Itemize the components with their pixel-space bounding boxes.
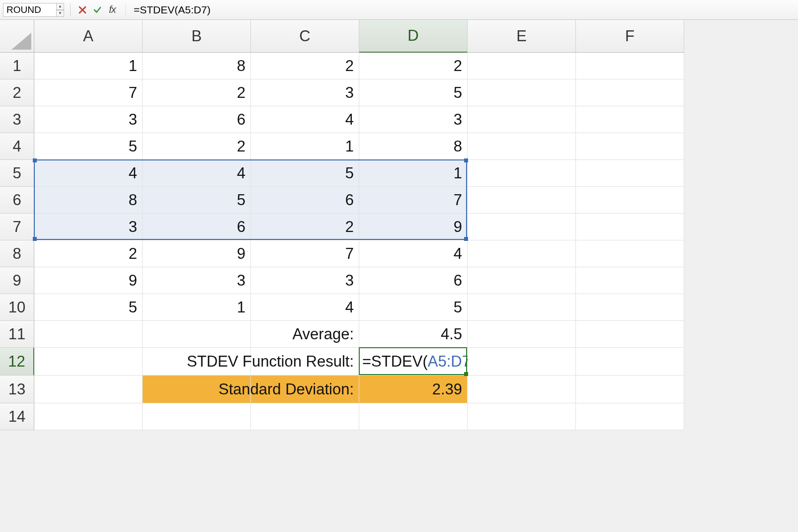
cell-grid[interactable]: 1822723536435218445185673629297493365145… — [34, 53, 684, 430]
cell-D7[interactable]: 9 — [359, 214, 468, 240]
cell-D1[interactable]: 2 — [359, 53, 468, 79]
cell-E5[interactable] — [468, 160, 576, 187]
cell-B10[interactable]: 1 — [143, 294, 251, 321]
row-header-8[interactable]: 8 — [0, 240, 34, 267]
cell-D2[interactable]: 5 — [359, 79, 468, 106]
cell-C1[interactable]: 2 — [251, 53, 359, 79]
cell-D8[interactable]: 4 — [359, 240, 468, 267]
cell-D3[interactable]: 3 — [359, 106, 468, 133]
cell-A12[interactable] — [34, 348, 143, 376]
row-header-2[interactable]: 2 — [0, 79, 34, 106]
cell-B2[interactable]: 2 — [143, 79, 251, 106]
cell-F3[interactable] — [576, 106, 684, 133]
name-box-up-icon[interactable]: ▲ — [56, 3, 64, 10]
column-header-B[interactable]: B — [143, 20, 251, 53]
cell-C3[interactable]: 4 — [251, 106, 359, 133]
cell-F6[interactable] — [576, 187, 684, 214]
cell-A11[interactable] — [34, 321, 143, 348]
cell-E8[interactable] — [468, 240, 576, 267]
cell-E14[interactable] — [468, 403, 576, 430]
column-header-D[interactable]: D — [359, 20, 468, 53]
name-box-down-icon[interactable]: ▼ — [56, 10, 64, 17]
cell-B9[interactable]: 3 — [143, 267, 251, 294]
cell-E9[interactable] — [468, 267, 576, 294]
cell-D12[interactable]: =STDEV(A5:D7) — [359, 348, 468, 376]
cell-B12[interactable] — [143, 348, 251, 376]
row-header-6[interactable]: 6 — [0, 187, 34, 214]
cell-A13[interactable] — [34, 376, 143, 403]
cell-D14[interactable] — [359, 403, 468, 430]
cell-E7[interactable] — [468, 214, 576, 240]
cell-B4[interactable]: 2 — [143, 133, 251, 160]
cell-D5[interactable]: 1 — [359, 160, 468, 187]
cell-F10[interactable] — [576, 294, 684, 321]
cell-E12[interactable] — [468, 348, 576, 376]
cell-C2[interactable]: 3 — [251, 79, 359, 106]
cell-F9[interactable] — [576, 267, 684, 294]
row-header-7[interactable]: 7 — [0, 214, 34, 240]
cell-B11[interactable] — [143, 321, 251, 348]
cell-C6[interactable]: 6 — [251, 187, 359, 214]
cell-D10[interactable]: 5 — [359, 294, 468, 321]
name-box-stepper[interactable]: ▲ ▼ — [56, 3, 64, 17]
cell-E3[interactable] — [468, 106, 576, 133]
cell-B8[interactable]: 9 — [143, 240, 251, 267]
cell-A4[interactable]: 5 — [34, 133, 143, 160]
cell-A8[interactable]: 2 — [34, 240, 143, 267]
cell-D6[interactable]: 7 — [359, 187, 468, 214]
cell-F8[interactable] — [576, 240, 684, 267]
cell-A10[interactable]: 5 — [34, 294, 143, 321]
row-header-14[interactable]: 14 — [0, 403, 34, 430]
cell-C14[interactable] — [251, 403, 359, 430]
cell-A14[interactable] — [34, 403, 143, 430]
name-box[interactable] — [3, 3, 57, 17]
cell-F4[interactable] — [576, 133, 684, 160]
cell-D11[interactable]: 4.5 — [359, 321, 468, 348]
cell-C7[interactable]: 2 — [251, 214, 359, 240]
cell-A9[interactable]: 9 — [34, 267, 143, 294]
cell-A3[interactable]: 3 — [34, 106, 143, 133]
fx-button[interactable]: fx — [106, 4, 118, 16]
cell-C13[interactable]: Standard Deviation: — [251, 376, 359, 403]
cell-E2[interactable] — [468, 79, 576, 106]
select-all-corner[interactable] — [0, 20, 34, 53]
confirm-button[interactable] — [91, 4, 103, 16]
row-header-5[interactable]: 5 — [0, 160, 34, 187]
cell-B1[interactable]: 8 — [143, 53, 251, 79]
cell-A7[interactable]: 3 — [34, 214, 143, 240]
row-header-13[interactable]: 13 — [0, 376, 34, 403]
cancel-button[interactable] — [77, 4, 88, 16]
row-header-10[interactable]: 10 — [0, 294, 34, 321]
cell-B6[interactable]: 5 — [143, 187, 251, 214]
row-header-12[interactable]: 12 — [0, 348, 34, 376]
cell-C9[interactable]: 3 — [251, 267, 359, 294]
cell-C10[interactable]: 4 — [251, 294, 359, 321]
cell-F14[interactable] — [576, 403, 684, 430]
cell-A6[interactable]: 8 — [34, 187, 143, 214]
cell-B14[interactable] — [143, 403, 251, 430]
cell-C5[interactable]: 5 — [251, 160, 359, 187]
row-header-4[interactable]: 4 — [0, 133, 34, 160]
cell-F11[interactable] — [576, 321, 684, 348]
row-header-1[interactable]: 1 — [0, 53, 34, 79]
cell-B13[interactable] — [143, 376, 251, 403]
cell-B7[interactable]: 6 — [143, 214, 251, 240]
column-header-F[interactable]: F — [576, 20, 684, 53]
cell-E6[interactable] — [468, 187, 576, 214]
cell-C11[interactable]: Average: — [251, 321, 359, 348]
row-header-3[interactable]: 3 — [0, 106, 34, 133]
cell-D9[interactable]: 6 — [359, 267, 468, 294]
cell-D13[interactable]: 2.39 — [359, 376, 468, 403]
column-header-E[interactable]: E — [468, 20, 576, 53]
formula-bar-input[interactable] — [131, 3, 795, 17]
cell-E10[interactable] — [468, 294, 576, 321]
cell-E4[interactable] — [468, 133, 576, 160]
cell-B5[interactable]: 4 — [143, 160, 251, 187]
cell-C8[interactable]: 7 — [251, 240, 359, 267]
cell-A5[interactable]: 4 — [34, 160, 143, 187]
cell-F1[interactable] — [576, 53, 684, 79]
cell-B3[interactable]: 6 — [143, 106, 251, 133]
cell-F7[interactable] — [576, 214, 684, 240]
cell-E11[interactable] — [468, 321, 576, 348]
row-header-9[interactable]: 9 — [0, 267, 34, 294]
